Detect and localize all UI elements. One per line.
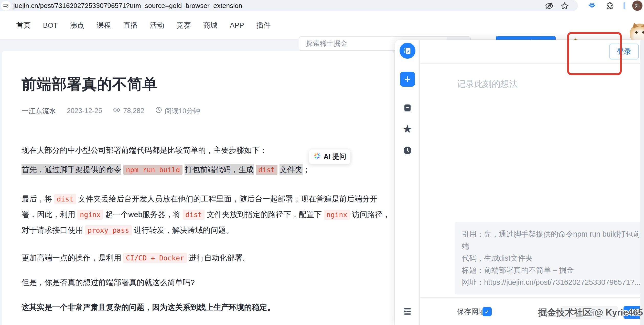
save-url-label: 保存网址: [457, 298, 486, 325]
extension-logo-icon: [395, 43, 420, 59]
article-meta: 一江东流水 2023-12-25 78,282 阅读10分钟: [22, 106, 200, 116]
note-input[interactable]: 记录此刻的想法: [457, 78, 518, 90]
eye-off-icon[interactable]: [545, 1, 554, 11]
bookmark-star-icon[interactable]: [560, 1, 569, 11]
nav-item-pins[interactable]: 沸点: [70, 21, 84, 30]
avatar-detail: [635, 31, 638, 34]
read-time-chip: 阅读10分钟: [155, 106, 200, 116]
nav-item-contest[interactable]: 竞赛: [177, 21, 191, 30]
read-clock-icon: [155, 106, 162, 115]
panel-main: 登录 × 记录此刻的想法 引用：先，通过脚手架提供的命令npm run buil…: [420, 40, 644, 325]
article-title: 前端部署真的不简单: [22, 74, 157, 94]
site-nav: 首页 BOT 沸点 课程 直播 活动 竞赛 商城 APP 插件 探索稀土掘金 创…: [0, 11, 644, 40]
url-text[interactable]: juejin.cn/post/7316202725330796571?utm_s…: [13, 0, 242, 11]
nav-item-home[interactable]: 首页: [16, 21, 31, 30]
annotation-red-rectangle: [567, 32, 622, 75]
author-name[interactable]: 一江东流水: [22, 106, 56, 116]
nav-item-bot[interactable]: BOT: [43, 21, 58, 29]
save-url-checkbox[interactable]: ✓: [482, 307, 492, 316]
view-count: 78,282: [123, 107, 144, 115]
nav-item-app[interactable]: APP: [230, 21, 244, 29]
publish-date: 2023-12-25: [67, 107, 102, 115]
panel-icon-strip: + ★: [395, 40, 420, 325]
quote-box: 引用：先，通过脚手架提供的命令npm run build打包前端 代码，生成di…: [455, 222, 644, 294]
paragraph-3-line-3: 对于请求接口使用proxy_pass进行转发，解决跨域的问题。: [22, 224, 234, 237]
paragraph-3-line-1: 最后，将dist文件夹丢给后台开发人员放在他们的工程里面，随后台一起部署；现在普…: [22, 193, 378, 205]
browser-toolbar: juejin.cn/post/7316202725330796571?utm_s…: [0, 0, 644, 11]
paragraph-4: 更加高端一点的操作，是利用CI/CD + Docker进行自动化部署。: [22, 252, 250, 264]
extension-side-panel: + ★ 登录 × 记录此刻的想法 引用：先，通过脚手架提供的命令npm ru: [395, 40, 644, 325]
side-panel-indicator: [624, 2, 625, 9]
view-count-chip: 78,282: [113, 106, 144, 116]
read-time: 阅读10分钟: [165, 106, 200, 116]
favorites-star-icon[interactable]: ★: [395, 123, 420, 135]
nav-item-activity[interactable]: 活动: [150, 21, 164, 30]
ai-sparkle-icon: [313, 152, 321, 161]
browser-profile-avatar[interactable]: 炜: [632, 1, 642, 11]
screen: juejin.cn/post/7316202725330796571?utm_s…: [0, 0, 644, 325]
quote-line-3: 标题：前端部署真的不简单 – 掘金: [462, 264, 644, 276]
paragraph-5: 但是，你是否真的想过前端部署真的就这么简单吗?: [22, 276, 195, 289]
panel-scrollbar[interactable]: [640, 40, 644, 325]
site-info-icon[interactable]: [1, 1, 11, 11]
watermark: 掘金技术社区 @ Kyrie465: [538, 307, 643, 319]
nav-item-shop[interactable]: 商城: [203, 21, 218, 30]
plus-icon: +: [400, 72, 415, 87]
quote-line-2: 代码，生成dist文件夹: [462, 252, 644, 264]
ai-ask-button[interactable]: AI 提问: [309, 149, 351, 164]
paragraph-3-line-2: 署，因此，利用nginx起一个web服务器，将dist文件夹放到指定的路径下，配…: [22, 208, 390, 221]
ai-ask-label: AI 提问: [324, 152, 346, 161]
paragraph-1: 现在大部分的中小型公司部署前端代码都是比较简单的，主要步骤如下：: [22, 144, 267, 156]
juejin-extension-icon[interactable]: [587, 1, 597, 11]
nav-menu: 首页 BOT 沸点 课程 直播 活动 竞赛 商城 APP 插件: [16, 11, 271, 39]
paragraph-6: 这其实是一个非常严肃且复杂的问题，因为这关系到线上生产环境的稳定。: [22, 301, 275, 313]
new-note-button[interactable]: +: [395, 72, 420, 87]
nav-item-plugin[interactable]: 插件: [256, 21, 271, 30]
nav-item-course[interactable]: 课程: [97, 21, 111, 30]
nav-item-live[interactable]: 直播: [123, 21, 138, 30]
notes-icon[interactable]: [395, 103, 420, 113]
extensions-puzzle-icon[interactable]: [605, 1, 614, 11]
history-clock-icon[interactable]: [395, 145, 420, 156]
quote-line-1: 引用：先，通过脚手架提供的命令npm run build打包前端: [462, 228, 644, 252]
views-eye-icon: [113, 106, 121, 116]
paragraph-2-selected: 首先，通过脚手架提供的命令npm run build打包前端代码，生成dist文…: [22, 164, 310, 176]
quote-line-4: 网址：https://juejin.cn/post/73162027253307…: [462, 276, 644, 288]
outline-indent-icon[interactable]: [395, 306, 420, 317]
